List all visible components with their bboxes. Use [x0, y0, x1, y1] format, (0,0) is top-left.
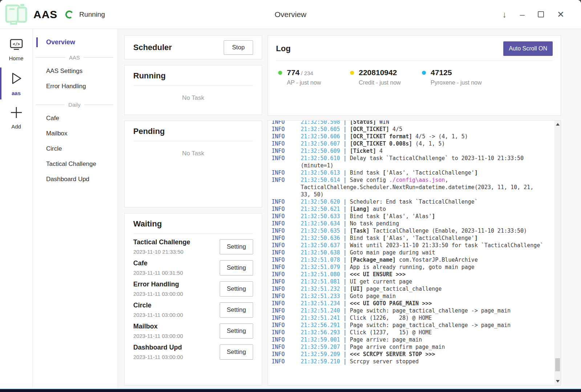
maximize-icon[interactable] — [538, 10, 544, 19]
waiting-task-row-error-handling: Error Handling2023-11-11 03:00:00Setting — [133, 281, 253, 297]
sidebar-item-tactical-challenge[interactable]: Tactical Challenge — [33, 156, 118, 172]
log-message: 21:32:50.613 | Bind task ['Alas', 'Tacti… — [301, 169, 551, 176]
log-stat-credit: 220810942Credit - just now — [350, 68, 422, 86]
main-content: Scheduler Stop Running No Task Pending N… — [118, 29, 581, 388]
log-message: 21:32:50.621 | [Lang] auto — [301, 205, 551, 213]
log-header-card: Log Auto Scroll ON 774/ 234AP - just now… — [268, 35, 561, 116]
log-line: INFO21:32:56.291 | Page switch: page_tac… — [272, 322, 551, 329]
log-level: INFO — [272, 322, 301, 329]
setting-button-mailbox[interactable]: Setting — [220, 323, 253, 339]
setting-button-error-handling[interactable]: Setting — [220, 281, 253, 297]
stat-label: Credit - just now — [359, 79, 401, 86]
log-message: 21:32:50.636 | Bind task ['Alas', 'Tacti… — [301, 234, 551, 242]
rail-item-add[interactable]: Add — [0, 101, 32, 134]
log-message: 21:32:51.234 | <<< UI GOTO PAGE_MAIN >>> — [301, 300, 551, 307]
setting-button-cafe[interactable]: Setting — [220, 260, 253, 275]
play-icon — [9, 71, 24, 87]
stat-suffix: / 234 — [301, 70, 313, 76]
waiting-task-name: Circle — [133, 302, 183, 309]
log-scrollbar[interactable] — [554, 121, 561, 385]
sidebar-item-dashboard-upd[interactable]: Dashboard Upd — [33, 172, 118, 187]
log-message: 21:32:51.080 | <<< UI ENSURE >>> — [301, 271, 551, 278]
running-card: Running No Task — [124, 65, 262, 115]
waiting-task-time: 2023-11-11 03:00:00 — [133, 312, 183, 318]
stat-dot-icon — [350, 71, 354, 75]
log-stat-pyroxene: 47125Pyroxene - just now — [422, 68, 494, 86]
sidebar-item-circle[interactable]: Circle — [33, 141, 118, 156]
sidebar-item-overview[interactable]: Overview — [33, 38, 118, 47]
log-message: 21:32:59.209 | <<< SCRCPY SERVER STOP >>… — [301, 351, 551, 358]
stat-dot-icon — [278, 71, 282, 75]
log-level: INFO — [272, 314, 301, 322]
log-message: 21:32:51.079 | App is already running, g… — [301, 264, 551, 271]
waiting-task-time: 2023-11-11 03:00:00 — [133, 291, 183, 297]
log-message: 21:32:56.291 | Page switch: page_tactica… — [301, 322, 551, 329]
log-level: INFO — [272, 176, 301, 198]
setting-button-circle[interactable]: Setting — [220, 302, 253, 318]
log-line: INFO21:32:59.207 | Page arrive confirm p… — [272, 343, 551, 351]
waiting-task-time: 2023-11-11 03:00:00 — [133, 354, 183, 360]
log-line: INFO21:32:50.636 | Bind task ['Alas', 'T… — [272, 234, 551, 242]
log-message: 21:32:51.081 | UI get current page — [301, 278, 551, 285]
auto-scroll-button[interactable]: Auto Scroll ON — [503, 41, 553, 56]
waiting-task-info: Mailbox2023-11-11 03:00:00 — [133, 323, 183, 339]
setting-button-tactical-challenge[interactable]: Setting — [220, 239, 253, 254]
log-line: INFO21:32:59.209 | <<< SCRCPY SERVER STO… — [272, 351, 551, 358]
waiting-task-name: Tactical Challenge — [133, 238, 190, 246]
waiting-task-info: Circle2023-11-11 03:00:00 — [133, 302, 183, 318]
log-level: INFO — [272, 256, 301, 264]
log-level: INFO — [272, 234, 301, 242]
sidebar-item-error-handling[interactable]: Error Handling — [33, 79, 118, 94]
log-line: INFO21:32:56.293 | Click (1237, 15) @ HO… — [272, 329, 551, 336]
log-line: INFO21:32:51.080 | <<< UI ENSURE >>> — [272, 271, 551, 278]
menu-group-label: Daily — [68, 102, 80, 108]
log-line: INFO21:32:50.610 | Delay task `TacticalC… — [272, 155, 551, 169]
log-line: INFO21:32:51.078 | [Package_name] com.Yo… — [272, 256, 551, 264]
scroll-up-icon[interactable] — [554, 121, 561, 127]
log-title: Log — [276, 44, 290, 53]
log-level: INFO — [272, 169, 301, 176]
waiting-title: Waiting — [133, 219, 253, 229]
waiting-task-info: Cafe2023-11-11 00:31:50 — [133, 260, 183, 276]
download-update-icon[interactable]: ↓ — [503, 10, 507, 19]
titlebar: AAS Running Overview ↓ – ✕ — [0, 0, 581, 29]
log-line: INFO21:32:59.001 | Page arrive: page_mai… — [272, 336, 551, 343]
log-message: 21:32:51.233 | Goto page_main — [301, 293, 551, 300]
log-line: INFO21:32:50.621 | [Lang] auto — [272, 205, 551, 213]
scheduler-status-text: Running — [79, 11, 105, 19]
sidebar-item-aas-settings[interactable]: AAS Settings — [33, 64, 118, 79]
divider — [276, 61, 553, 61]
waiting-task-row-circle: Circle2023-11-11 03:00:00Setting — [133, 302, 253, 318]
stop-button[interactable]: Stop — [224, 40, 253, 55]
log-level: INFO — [272, 329, 301, 336]
waiting-task-row-dashboard-upd: Dashboard Upd2023-11-11 03:00:00Setting — [133, 344, 253, 360]
log-line: INFO21:32:50.635 | [Task] TacticalChalle… — [272, 227, 551, 234]
scroll-down-icon[interactable] — [554, 378, 561, 384]
log-line: INFO21:32:50.638 | Goto main page during… — [272, 249, 551, 256]
sidebar-item-mailbox[interactable]: Mailbox — [33, 126, 118, 141]
minimize-icon[interactable]: – — [520, 10, 525, 19]
waiting-task-row-tactical-challenge: Tactical Challenge2023-11-10 21:33:50Set… — [133, 238, 253, 255]
rail-item-home[interactable]: </> Home — [0, 33, 32, 66]
log-message: 21:32:50.605 | [OCR_TICKET] 4/5 — [301, 126, 551, 133]
close-icon[interactable]: ✕ — [557, 10, 564, 19]
log-line: INFO21:32:50.598 | [Status] WIN — [272, 120, 551, 126]
log-line: INFO21:32:50.609 | [Ticket] 4 — [272, 147, 551, 155]
rail-item-aas[interactable]: aas — [0, 66, 32, 101]
setting-button-dashboard-upd[interactable]: Setting — [220, 344, 253, 360]
log-level: INFO — [272, 213, 301, 220]
log-level: INFO — [272, 271, 301, 278]
stat-dot-icon — [422, 71, 426, 75]
waiting-task-time: 2023-11-11 00:31:50 — [133, 270, 183, 276]
sidebar-item-cafe[interactable]: Cafe — [33, 111, 118, 126]
log-level: INFO — [272, 140, 301, 147]
log-message: 21:32:51.240 | Page switch: page_tactica… — [301, 307, 551, 314]
rail-label-add: Add — [11, 123, 21, 130]
waiting-task-name: Error Handling — [133, 281, 183, 288]
pending-empty-text: No Task — [133, 141, 253, 157]
log-line: INFO21:32:51.234 | <<< UI GOTO PAGE_MAIN… — [272, 300, 551, 307]
scrollbar-thumb[interactable] — [555, 358, 560, 371]
app-logo-icon — [4, 3, 28, 26]
log-level: INFO — [272, 351, 301, 358]
log-message: 21:32:59.001 | Page arrive: page_main — [301, 336, 551, 343]
